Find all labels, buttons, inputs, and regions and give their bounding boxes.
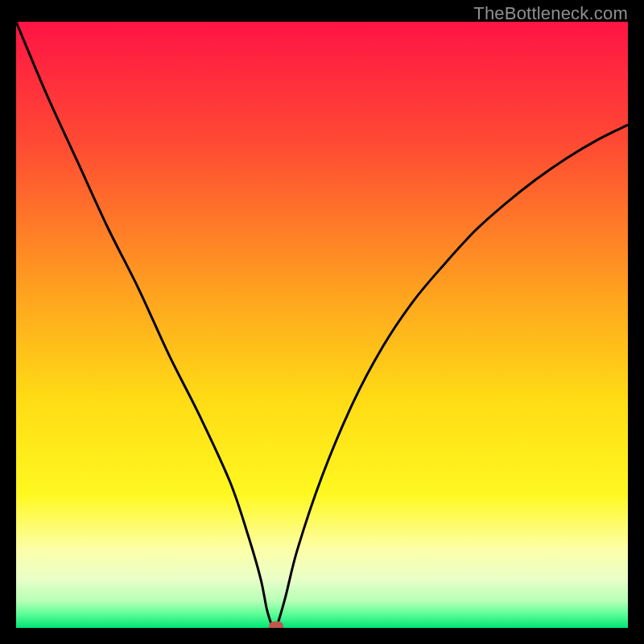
optimal-marker	[269, 621, 283, 628]
bottleneck-chart	[16, 22, 628, 628]
gradient-background	[16, 22, 628, 628]
chart-container: TheBottleneck.com	[0, 0, 644, 644]
plot-area	[16, 22, 628, 628]
